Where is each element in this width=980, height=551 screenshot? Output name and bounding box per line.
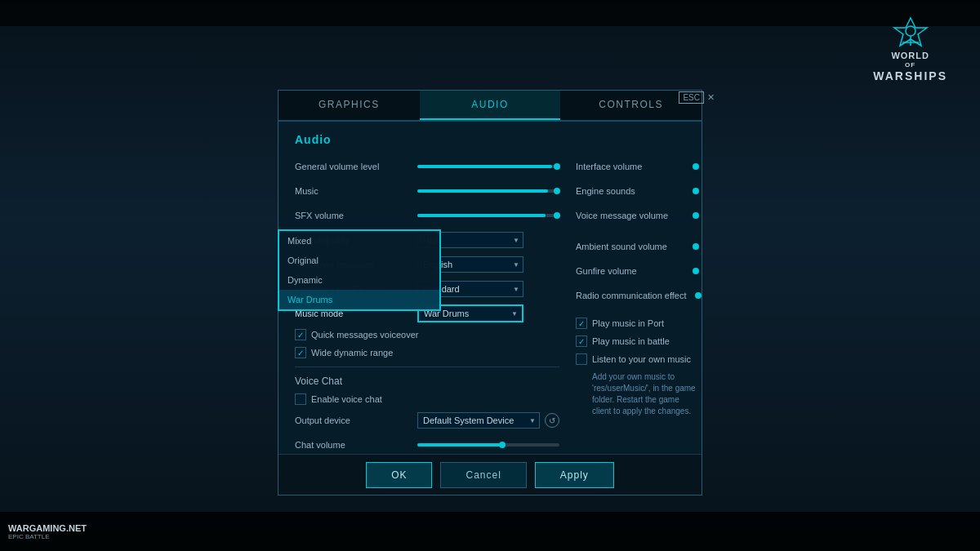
interface-volume-row: Interface volume xyxy=(576,158,698,176)
wide-dynamic-checkbox[interactable] xyxy=(295,347,306,358)
chat-volume-label: Chat volume xyxy=(295,440,417,449)
voice-message-volume-label: Voice message volume xyxy=(576,211,698,220)
music-mode-arrow: ▼ xyxy=(511,310,518,318)
general-volume-row: General volume level xyxy=(295,158,559,176)
general-volume-label: General volume level xyxy=(295,162,417,171)
listen-own-music-label: Listen to your own music xyxy=(592,354,691,364)
gunfire-volume-row: Gunfire volume xyxy=(576,262,698,280)
music-thumb[interactable] xyxy=(554,188,560,194)
tabs-bar: GRAPHICS AUDIO CONTROLS xyxy=(278,91,702,122)
interface-volume-label: Interface volume xyxy=(576,162,698,171)
quick-messages-checkbox[interactable] xyxy=(295,329,306,340)
apply-button[interactable]: Apply xyxy=(535,462,614,488)
dialog-footer: OK Cancel Apply xyxy=(278,454,702,495)
interface-volume-thumb[interactable] xyxy=(693,163,699,170)
chat-volume-track[interactable] xyxy=(417,443,559,447)
engine-sounds-row: Engine sounds xyxy=(576,182,698,200)
enable-voice-checkbox[interactable] xyxy=(295,393,306,405)
ambient-sound-volume-row: Ambient sound volume xyxy=(576,238,698,256)
anchor-icon xyxy=(891,16,930,49)
radio-communication-label: Radio communication effect xyxy=(576,291,698,300)
play-music-port-label: Play music in Port xyxy=(592,318,664,328)
tab-graphics[interactable]: GRAPHICS xyxy=(278,91,420,120)
gunfire-volume-label: Gunfire volume xyxy=(576,266,698,276)
top-bar xyxy=(0,0,980,26)
listen-own-music-checkbox[interactable] xyxy=(576,353,587,365)
music-label: Music xyxy=(295,186,417,196)
music-track[interactable] xyxy=(417,189,559,193)
general-volume-fill xyxy=(417,165,552,168)
world-of-label: WORLDOFWARSHIPS xyxy=(873,51,947,82)
quick-messages-label: Quick messages voiceover xyxy=(311,330,418,340)
output-device-select[interactable]: Default System Device xyxy=(417,412,540,429)
cancel-button[interactable]: Cancel xyxy=(440,462,526,488)
tab-audio[interactable]: AUDIO xyxy=(420,91,561,120)
ambient-sound-label: Ambient sound volume xyxy=(576,242,698,251)
esc-key[interactable]: ESC xyxy=(679,91,704,104)
enable-voice-label: Enable voice chat xyxy=(311,394,382,404)
play-music-port-row: Play music in Port xyxy=(576,318,698,329)
sfx-volume-row: SFX volume xyxy=(295,207,559,224)
sfx-volume-control[interactable] xyxy=(417,214,559,217)
voice-message-volume-row: Voice message volume xyxy=(576,207,698,224)
wide-dynamic-label: Wide dynamic range xyxy=(311,348,393,358)
general-volume-control[interactable] xyxy=(417,165,559,168)
output-device-row: Output device Default System Device ↺ xyxy=(295,411,559,429)
music-control[interactable] xyxy=(417,189,559,193)
sfx-track[interactable] xyxy=(417,214,559,217)
ambient-sound-thumb[interactable] xyxy=(693,243,699,250)
output-device-wrapper[interactable]: Default System Device xyxy=(417,412,540,429)
wargaming-logo: WARGAMING.NET EPIC BATTLE xyxy=(8,523,87,540)
voice-chat-title: Voice Chat xyxy=(295,367,559,387)
bottom-bar: WARGAMING.NET EPIC BATTLE xyxy=(0,512,980,551)
sfx-volume-label: SFX volume xyxy=(295,211,417,220)
dropdown-item-dynamic[interactable]: Dynamic xyxy=(279,270,439,290)
game-logo: WORLDOFWARSHIPS xyxy=(873,16,947,83)
enable-voice-row: Enable voice chat xyxy=(295,393,559,405)
chat-volume-control[interactable] xyxy=(417,443,559,447)
output-device-reset[interactable]: ↺ xyxy=(545,413,559,428)
sfx-thumb[interactable] xyxy=(554,212,560,219)
esc-button[interactable]: ESC ✕ xyxy=(679,91,715,104)
engine-sounds-label: Engine sounds xyxy=(576,186,698,196)
quick-messages-row: Quick messages voiceover xyxy=(295,329,559,340)
close-icon[interactable]: ✕ xyxy=(707,92,715,103)
gunfire-volume-thumb[interactable] xyxy=(693,268,699,274)
voice-message-thumb[interactable] xyxy=(693,212,699,219)
radio-communication-thumb[interactable] xyxy=(695,292,702,299)
music-mode-dropdown: Mixed Original Dynamic War Drums xyxy=(278,229,441,311)
dropdown-item-war-drums[interactable]: War Drums xyxy=(279,290,439,309)
wide-dynamic-row: Wide dynamic range xyxy=(295,347,559,358)
engine-sounds-thumb[interactable] xyxy=(693,188,699,194)
dropdown-item-original[interactable]: Original xyxy=(279,251,439,270)
play-music-battle-checkbox[interactable] xyxy=(576,335,587,347)
play-music-port-checkbox[interactable] xyxy=(576,318,587,329)
listen-own-music-row: Listen to your own music xyxy=(576,353,698,365)
own-music-note: Add your own music to 'res/userMusic/', … xyxy=(592,371,698,417)
svg-point-1 xyxy=(906,26,915,36)
music-row: Music xyxy=(295,182,559,200)
output-device-control[interactable]: Default System Device ↺ xyxy=(417,412,559,429)
dropdown-item-mixed[interactable]: Mixed xyxy=(279,231,439,251)
output-device-label: Output device xyxy=(295,415,417,425)
play-music-battle-row: Play music in battle xyxy=(576,335,698,347)
play-music-battle-label: Play music in battle xyxy=(592,336,670,346)
general-volume-track[interactable] xyxy=(417,165,559,168)
ok-button[interactable]: OK xyxy=(366,462,432,488)
chat-volume-row: Chat volume xyxy=(295,436,559,449)
chat-volume-thumb[interactable] xyxy=(499,442,506,448)
section-title: Audio xyxy=(295,133,685,146)
radio-communication-row: Radio communication effect xyxy=(576,287,698,304)
general-volume-thumb[interactable] xyxy=(554,163,560,170)
right-column: Interface volume Engine sounds xyxy=(576,158,698,449)
